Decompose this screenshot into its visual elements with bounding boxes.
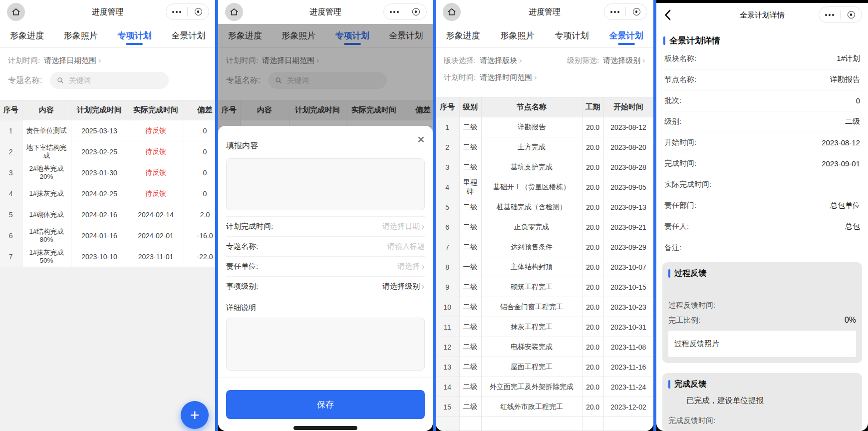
process-feedback-photos-label: 过程反馈照片 [674, 339, 719, 349]
cell-index: 14 [436, 377, 459, 397]
plan-finish-date-row[interactable]: 计划完成时间: 请选择日期› [226, 216, 425, 236]
screen-3-content: 进度管理 形象进度 形象照片 专项计划 全景计划 版块选择: 请选择版块 [436, 0, 653, 431]
tab-panorama-plan[interactable]: 全景计划 [599, 24, 653, 47]
table-row[interactable]: 5 二级 桩基础完成（含检测） 20.0 2023-09-13 [436, 197, 653, 217]
table-row[interactable]: 4 1#抹灰完成 2024-02-25 待反馈 0 [0, 183, 215, 204]
table-row[interactable]: 15 二级 红线外市政工程完工 20.0 2023-12-02 [436, 397, 653, 417]
table-row[interactable]: 7 1#抹灰完成50% 2023-10-10 2023-11-01 -22.0 [0, 246, 215, 267]
exit-circle-icon[interactable] [405, 8, 426, 15]
table-row[interactable]: 3 二级 基坑支护完成 20.0 2023-08-28 [436, 157, 653, 177]
home-icon [229, 7, 239, 17]
cell-node-name: 屋面工程完工 [481, 357, 582, 377]
save-button[interactable]: 保存 [226, 390, 425, 419]
table-row[interactable]: 1 责任单位测试 2025-03-13 待反馈 0 [0, 120, 215, 141]
exit-circle-icon[interactable] [841, 11, 862, 18]
chevron-right-icon: › [421, 262, 425, 272]
search-icon [56, 76, 64, 84]
cell-index: 3 [436, 157, 459, 177]
table-row[interactable]: 6 二级 正负零完成 20.0 2023-09-21 [436, 217, 653, 237]
cell-content: 1#抹灰完成50% [22, 246, 71, 267]
exit-circle-icon[interactable] [188, 8, 209, 15]
process-feedback-title: 过程反馈 [674, 268, 706, 279]
table-row[interactable]: 2 二级 土方完成 20.0 2023-08-20 [436, 137, 653, 157]
cell-level: 二级 [459, 117, 481, 137]
plan-time-filter-value[interactable]: 请选择日期范围 [44, 56, 96, 65]
table-row[interactable]: 3 2#地基完成20% 2023-01-30 待反馈 0 [0, 162, 215, 183]
tab-panorama-plan[interactable]: 全景计划 [161, 24, 215, 47]
process-feedback-header: 过程反馈 [668, 268, 856, 279]
more-menu-icon[interactable] [384, 11, 405, 13]
responsible-unit-row[interactable]: 责任单位: 请选择› [226, 256, 425, 276]
miniprogram-capsule[interactable] [604, 3, 647, 20]
more-menu-icon[interactable] [604, 11, 625, 13]
tab-special-plan[interactable]: 专项计划 [108, 24, 162, 47]
search-input[interactable]: 关键词 [50, 72, 169, 89]
tab-image-photos[interactable]: 形象照片 [54, 24, 108, 47]
home-button[interactable] [225, 3, 243, 21]
process-feedback-card: 过程反馈 过程反馈时间: 完工比例: 0% 过程反馈照片 [662, 262, 862, 363]
blue-bar-icon [668, 380, 670, 389]
table-row[interactable]: 7 二级 达到预售条件 20.0 2023-09-29 [436, 237, 653, 257]
cell-start-date: 2023-10-15 [603, 277, 653, 297]
process-feedback-photos-box: 过程反馈照片 [668, 331, 856, 357]
chevron-right-icon: › [519, 55, 522, 65]
miniprogram-capsule[interactable] [819, 6, 862, 23]
table-row[interactable]: 8 一级 主体结构封顶 20.0 2023-10-07 [436, 257, 653, 277]
table-row[interactable]: 11 二级 抹灰工程完工 20.0 2023-10-31 [436, 317, 653, 337]
cell-index: 8 [436, 257, 459, 277]
screen-1-content: 进度管理 形象进度 形象照片 专项计划 全景计划 计划时间: 请选择日期范围 › [0, 0, 215, 431]
close-icon[interactable]: × [417, 133, 425, 146]
section-filter-value[interactable]: 请选择版块 [480, 56, 517, 65]
tab-special-plan[interactable]: 专项计划 [545, 24, 599, 47]
table-row[interactable]: 6 1#结构完成80% 2024-01-16 2024-02-01 -16.0 [0, 225, 215, 246]
table-row[interactable]: 4 里程碑 基础开工（货量区楼栋） 20.0 2023-09-05 [436, 177, 653, 197]
cell-offset: 0 [184, 183, 215, 204]
cell-level: 二级 [459, 297, 481, 317]
miniprogram-capsule[interactable] [166, 3, 209, 20]
level-filter-value[interactable]: 请选择级别 [603, 56, 640, 65]
chevron-right-icon: › [98, 55, 101, 65]
tab-image-photos[interactable]: 形象照片 [490, 24, 545, 47]
cell-start-date: 2023-09-29 [603, 237, 653, 257]
report-content-textarea[interactable] [226, 158, 425, 210]
more-menu-icon[interactable] [819, 14, 840, 16]
table-row[interactable]: 9 二级 砌筑工程完工 20.0 2023-10-15 [436, 277, 653, 297]
field-label: 备注: [664, 243, 681, 253]
table-row[interactable]: 5 1#砌体完成 2024-02-16 2024-02-14 2.0 [0, 204, 215, 225]
topic-name-label: 专题名称: [226, 242, 258, 251]
time-filter-value[interactable]: 请选择时间范围 [480, 73, 532, 82]
table-row[interactable]: 12 二级 电梯安装完成 20.0 2023-11-08 [436, 337, 653, 357]
tab-image-progress[interactable]: 形象进度 [0, 24, 54, 47]
cell-level: 里程碑 [459, 177, 481, 197]
home-button[interactable] [443, 3, 461, 21]
table-row[interactable]: 13 二级 屋面工程完工 20.0 2023-11-16 [436, 357, 653, 377]
modal-title: 填报内容 [226, 141, 425, 151]
table-row[interactable]: 2 地下室结构完成 2023-02-25 待反馈 0 [0, 141, 215, 162]
cell-plan-date: 2023-10-10 [71, 246, 128, 267]
table-row[interactable]: 1 二级 详勘报告 20.0 2023-08-12 [436, 117, 653, 137]
home-button[interactable] [7, 3, 25, 21]
back-button[interactable] [664, 9, 671, 20]
topic-name-row[interactable]: 专题名称: 请输入标题 [226, 236, 425, 256]
cell-duration: 20.0 [582, 277, 603, 297]
detail-description-textarea[interactable] [226, 318, 425, 371]
add-plan-fab[interactable]: + [181, 401, 209, 429]
tab-image-progress[interactable]: 形象进度 [436, 24, 490, 47]
cell-node-name: 电梯安装完成 [481, 337, 582, 357]
cell-index: 7 [0, 246, 22, 267]
time-filter-label: 计划时间: [444, 73, 476, 82]
cell-index: 6 [436, 217, 459, 237]
exit-circle-icon[interactable] [626, 8, 647, 15]
cell-start-date: 2023-08-20 [603, 137, 653, 157]
more-menu-icon[interactable] [166, 11, 187, 13]
screen-2-content: 进度管理 形象进度 形象照片 专项计划 全景计划 计划时间: 请选 [218, 0, 433, 431]
column-header-offset: 偏差 [184, 100, 215, 120]
completion-ratio-value: 0% [845, 316, 856, 325]
table-row[interactable]: 10 二级 铝合金门窗工程完工 20.0 2023-10-23 [436, 297, 653, 317]
miniprogram-capsule[interactable] [383, 3, 427, 20]
item-level-row[interactable]: 事项级别: 请选择级别› [226, 276, 425, 296]
cell-start-date: 2023-08-28 [603, 157, 653, 177]
cell-level: 二级 [459, 237, 481, 257]
table-row[interactable]: 14 二级 外立面完工及外架拆除完成 20.0 2023-11-24 [436, 377, 653, 397]
field-label: 责任部门: [664, 201, 696, 210]
